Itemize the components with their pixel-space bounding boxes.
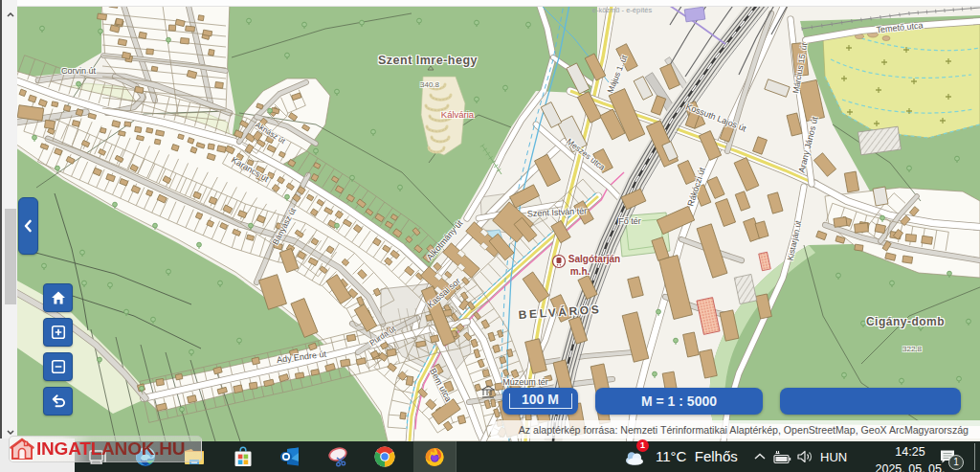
outlook-icon[interactable] (278, 445, 301, 468)
firefox-icon[interactable] (423, 445, 446, 468)
sidebar-collapse-button[interactable] (18, 197, 38, 255)
show-desktop-separator[interactable] (974, 443, 975, 470)
map-label: Fő tér (618, 217, 641, 226)
map-attribution: Az alaptérkép forrása: Nemzeti Térinform… (491, 420, 980, 438)
map-label: 322.8 (902, 346, 922, 353)
map-art (0, 0, 980, 441)
map-label: e-közmű - e-építés (592, 7, 653, 13)
map-label: Kálvária (441, 110, 474, 120)
scale-bar: 100 M (502, 388, 578, 415)
scale-distance: 100 M (522, 392, 559, 407)
attribution-text: Az alaptérkép forrása: Nemzeti Térinform… (519, 424, 969, 436)
clipped-page-header (0, 0, 980, 7)
weather-cloud-icon[interactable]: 1 (623, 445, 646, 468)
weather-badge: 1 (636, 439, 649, 452)
tray-expand-icon[interactable] (752, 449, 768, 464)
taskbar-tile-firefox[interactable] (413, 441, 457, 472)
screen: Corvin útSzent Imre-hegy340.8KálváriaKar… (0, 0, 980, 472)
map-label: Múzeum tér (502, 378, 548, 387)
battery-icon[interactable] (772, 449, 791, 464)
minus-icon (51, 360, 65, 374)
map-label: Salgótarján (568, 255, 620, 264)
scroll-up-icon[interactable] (4, 8, 17, 21)
home-button[interactable] (43, 283, 73, 312)
scale-ratio-text: M = 1 : 5000 (641, 393, 717, 409)
snipping-tool-icon[interactable] (327, 445, 350, 468)
speaker-icon[interactable] (796, 449, 813, 464)
map-label: Cigány-domb (866, 316, 945, 327)
home-icon (51, 291, 66, 305)
watermark-house-icon (10, 438, 34, 461)
watermark-logo: INGATLANOK.HU (9, 436, 202, 462)
store-icon[interactable] (232, 445, 255, 468)
weather-text[interactable]: 11°C Felhős (656, 448, 738, 464)
back-button[interactable] (43, 387, 73, 416)
taskbar: 1 11°C Felhős HUN 14:25 2025. 05. 05. (75, 441, 980, 472)
map-label: Szent Imre-hegy (378, 55, 478, 67)
notification-badge: 1 (948, 455, 964, 470)
scale-ratio-bar: M = 1 : 5000 (595, 388, 763, 415)
undo-arrow-icon (50, 394, 66, 409)
vertical-scrollbar[interactable] (0, 0, 17, 441)
chrome-icon[interactable] (373, 445, 396, 468)
language-indicator[interactable]: HUN (820, 450, 847, 464)
empty-info-bar (780, 388, 961, 415)
map-label: 340.8 (420, 81, 439, 89)
scrollbar-thumb[interactable] (5, 209, 16, 304)
map-label: m.h. (570, 267, 590, 277)
zoom-in-button[interactable] (43, 318, 73, 347)
zoom-out-button[interactable] (43, 352, 73, 381)
plus-icon (51, 326, 65, 340)
map-label: Corvin út (61, 67, 96, 76)
watermark-text: INGATLANOK.HU (36, 438, 185, 460)
map-canvas[interactable]: Corvin útSzent Imre-hegy340.8KálváriaKar… (0, 0, 980, 441)
chevron-left-icon (23, 219, 33, 233)
notification-icon[interactable]: 1 (939, 448, 956, 465)
